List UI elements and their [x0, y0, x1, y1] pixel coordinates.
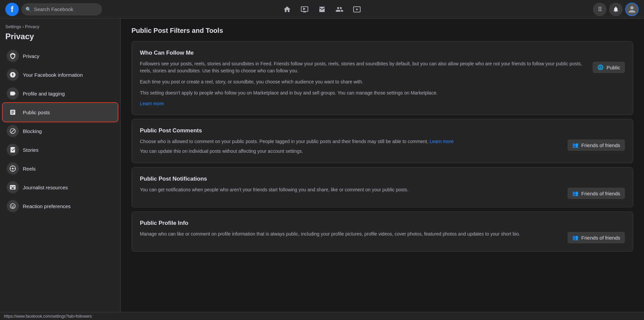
breadcrumb: Settings › Privacy [3, 24, 118, 30]
video-nav-button[interactable] [297, 1, 313, 17]
public-post-notifications-body: You can get notifications when people wh… [140, 186, 559, 193]
public-post-comments-button[interactable]: 👥 Friends of friends [568, 139, 625, 151]
topnav-right: ⠿ [593, 3, 639, 16]
page-title: Public Post Filters and Tools [131, 27, 633, 35]
public-post-notifications-title: Public Post Notifications [140, 176, 625, 182]
who-can-follow-me-text: Followers see your posts, reels, stories… [140, 60, 585, 107]
public-post-notifications-button-label: Friends of friends [581, 191, 620, 196]
public-post-comments-title: Public Post Comments [140, 127, 625, 134]
stories-icon [7, 144, 19, 156]
who-can-follow-me-body-3: This setting doesn't apply to people who… [140, 89, 585, 97]
public-post-notifications-row: You can get notifications when people wh… [140, 186, 625, 199]
facebook-logo[interactable]: f [5, 3, 19, 16]
public-post-notifications-text: You can get notifications when people wh… [140, 186, 559, 193]
svg-point-4 [12, 168, 14, 170]
public-posts-icon [7, 106, 19, 118]
gaming-nav-button[interactable] [349, 1, 365, 17]
public-post-comments-action: 👥 Friends of friends [568, 139, 625, 151]
search-icon: 🔍 [25, 7, 31, 12]
public-profile-info-action: 👥 Friends of friends [568, 232, 625, 243]
breadcrumb-settings-link[interactable]: Settings [5, 24, 21, 29]
sidebar-item-privacy-label: Privacy [23, 53, 39, 59]
public-post-comments-learn-more-link[interactable]: Learn more [430, 139, 454, 144]
sidebar-item-public-posts-label: Public posts [23, 110, 50, 115]
user-avatar-button[interactable] [625, 3, 639, 16]
sidebar-item-privacy[interactable]: Privacy [3, 47, 118, 65]
topnav-center [279, 1, 365, 17]
sidebar-item-stories[interactable]: Stories [3, 140, 118, 159]
notifications-button[interactable] [609, 3, 623, 16]
sidebar-item-facebook-info-label: Your Facebook information [23, 72, 83, 78]
public-post-comments-button-label: Friends of friends [581, 142, 620, 148]
statusbar: https://www.facebook.com/settings?tab=fo… [0, 312, 644, 320]
who-can-follow-me-button-label: Public [606, 65, 620, 70]
public-profile-info-button-label: Friends of friends [581, 235, 620, 241]
blocking-icon [7, 125, 19, 137]
public-post-comments-desc: Choose who is allowed to comment on your… [140, 139, 428, 144]
public-profile-info-row: Manage who can like or comment on profil… [140, 231, 625, 243]
sidebar-item-profile-tagging[interactable]: Profile and tagging [3, 84, 118, 103]
search-input[interactable] [34, 6, 98, 12]
breadcrumb-current: Privacy [25, 24, 40, 29]
who-can-follow-me-body-2: Each time you post or create a reel, sto… [140, 78, 585, 85]
sidebar-item-blocking[interactable]: Blocking [3, 122, 118, 140]
sidebar-item-reels-label: Reels [23, 166, 36, 172]
public-profile-info-text: Manage who can like or comment on profil… [140, 231, 559, 238]
public-profile-info-title: Public Profile Info [140, 220, 625, 227]
who-can-follow-me-title: Who Can Follow Me [140, 50, 625, 56]
who-can-follow-me-card: Who Can Follow Me Followers see your pos… [131, 41, 633, 115]
privacy-icon [7, 50, 19, 62]
public-globe-icon: 🌐 [597, 64, 604, 70]
sidebar-item-journalist-resources[interactable]: Journalist resources [3, 178, 118, 197]
public-post-comments-body: Choose who is allowed to comment on your… [140, 138, 559, 145]
grid-menu-button[interactable]: ⠿ [593, 3, 606, 16]
sidebar: Settings › Privacy Privacy Privacy Your … [0, 19, 121, 312]
public-post-notifications-card: Public Post Notifications You can get no… [131, 167, 633, 207]
sidebar-item-reaction-preferences[interactable]: Reaction preferences [3, 197, 118, 215]
sidebar-item-stories-label: Stories [23, 147, 39, 153]
friends-of-friends-icon-1: 👥 [572, 142, 579, 148]
facebook-info-icon [7, 69, 19, 81]
public-post-comments-note: You can update this on individual posts … [140, 148, 559, 155]
marketplace-nav-button[interactable] [314, 1, 330, 17]
journalist-resources-icon [7, 181, 19, 193]
public-post-comments-text: Choose who is allowed to comment on your… [140, 138, 559, 155]
public-profile-info-button[interactable]: 👥 Friends of friends [568, 232, 625, 243]
sidebar-item-profile-tagging-label: Profile and tagging [23, 91, 65, 97]
friends-of-friends-icon-3: 👥 [572, 235, 579, 241]
sidebar-title: Privacy [3, 30, 118, 47]
sidebar-item-reels[interactable]: Reels [3, 159, 118, 178]
sidebar-item-blocking-label: Blocking [23, 128, 42, 134]
breadcrumb-separator: › [22, 24, 25, 29]
who-can-follow-me-button[interactable]: 🌐 Public [593, 62, 625, 73]
statusbar-url: https://www.facebook.com/settings?tab=fo… [4, 314, 92, 319]
topnav: f 🔍 ⠿ [0, 0, 644, 19]
main-layout: Settings › Privacy Privacy Privacy Your … [0, 19, 644, 312]
home-nav-button[interactable] [279, 1, 295, 17]
who-can-follow-me-learn-more-link[interactable]: Learn more [140, 101, 164, 106]
who-can-follow-me-row: Followers see your posts, reels, stories… [140, 60, 625, 107]
public-post-comments-row: Choose who is allowed to comment on your… [140, 138, 625, 155]
topnav-left: f 🔍 [5, 3, 119, 16]
content-area: Public Post Filters and Tools Who Can Fo… [121, 19, 644, 312]
sidebar-item-journalist-resources-label: Journalist resources [23, 185, 68, 190]
who-can-follow-me-action: 🌐 Public [593, 62, 625, 73]
reels-icon [7, 163, 19, 175]
profile-tagging-icon [7, 87, 19, 100]
groups-nav-button[interactable] [331, 1, 347, 17]
public-post-comments-card: Public Post Comments Choose who is allow… [131, 119, 633, 163]
public-post-notifications-action: 👥 Friends of friends [568, 188, 625, 199]
sidebar-item-reaction-preferences-label: Reaction preferences [23, 203, 71, 209]
friends-of-friends-icon-2: 👥 [572, 190, 579, 196]
search-bar: 🔍 [21, 3, 102, 15]
sidebar-item-facebook-info[interactable]: Your Facebook information [3, 65, 118, 84]
public-post-notifications-button[interactable]: 👥 Friends of friends [568, 188, 625, 199]
public-profile-info-body: Manage who can like or comment on profil… [140, 231, 559, 238]
who-can-follow-me-body-1: Followers see your posts, reels, stories… [140, 60, 585, 74]
reaction-preferences-icon [7, 200, 19, 212]
sidebar-item-public-posts[interactable]: Public posts [3, 103, 118, 122]
public-profile-info-card: Public Profile Info Manage who can like … [131, 211, 633, 252]
